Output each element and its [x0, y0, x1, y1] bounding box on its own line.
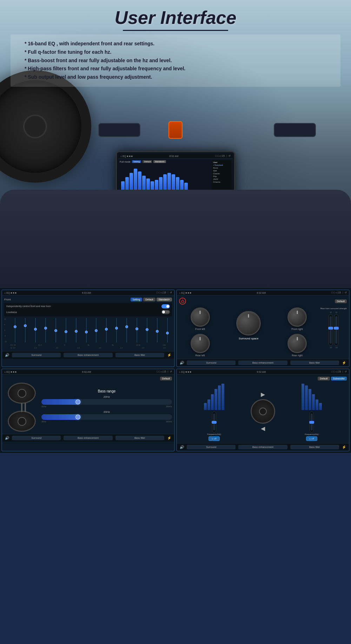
eq-q-row: Q: 2.02.02.02.02.02.02.02.0: [4, 347, 172, 349]
eq-slider-11[interactable]: [115, 327, 118, 330]
surround-btn-tr[interactable]: Surround: [187, 360, 236, 365]
toggle1-switch[interactable]: [161, 304, 170, 308]
filter-off-btn-left[interactable]: ≤ off: [208, 436, 219, 441]
rear-right-knob[interactable]: [287, 334, 307, 353]
toggle2-label: Loudness: [6, 311, 161, 313]
slider-thumb-1: [328, 327, 333, 330]
surround-default-btn[interactable]: Default: [335, 299, 347, 303]
filter-btn-tl[interactable]: Bass filter: [115, 353, 164, 357]
eq-slider-2[interactable]: [24, 324, 27, 327]
power-button[interactable]: ⏻: [179, 298, 186, 305]
speaker-illustration: [4, 383, 39, 432]
eq-slider-12[interactable]: [125, 325, 128, 328]
eq-slider-4[interactable]: [44, 327, 47, 330]
filter-off-btn-right[interactable]: ≤ off: [306, 436, 317, 441]
hero-preset-standard[interactable]: • Standard: [213, 164, 230, 166]
rear-left-label: Rear left: [196, 354, 205, 357]
surround-header-row: ⏻ Default: [179, 298, 347, 305]
front-right-group: Front right: [287, 307, 307, 330]
mute-icon-tl[interactable]: 🔊: [5, 353, 9, 357]
rear-left-knob[interactable]: [191, 334, 210, 353]
mute-icon-bl[interactable]: 🔊: [5, 436, 9, 440]
hero-preset-soft[interactable]: Soft: [213, 170, 230, 172]
range-thumb-1[interactable]: [75, 399, 80, 404]
bass-btn-tr[interactable]: Bass enhancement: [238, 360, 287, 365]
rfbar-1: [319, 403, 322, 410]
front-right-knob[interactable]: [287, 307, 307, 327]
rear-horn-slider-1[interactable]: [329, 314, 333, 346]
bass-btn-br[interactable]: Bass enhancement: [238, 445, 287, 449]
bass-btn-bl[interactable]: Bass enhancement: [64, 436, 112, 440]
eq-adjust-icon-br[interactable]: ⚡: [342, 445, 346, 449]
bass-range-slider-1[interactable]: [41, 399, 172, 405]
eq-slider-13[interactable]: [135, 327, 138, 330]
surround-btn-bl[interactable]: Surround: [12, 436, 61, 440]
bass-title: Bass range: [41, 389, 172, 393]
eq-setting-btn[interactable]: Setting: [131, 298, 143, 301]
filter-slider-right[interactable]: [310, 411, 314, 432]
panel-bl-home: ⌂ EQ ■ ■ ■: [4, 371, 16, 373]
hero-preset-jazz[interactable]: JAZZ: [213, 178, 230, 180]
hero-mode-label: Full mode: [120, 161, 131, 163]
toggle2-switch[interactable]: OFF: [161, 310, 170, 314]
panel-br-status: ⌂ EQ ■ ■ ■ 6:02 AM □ □ ◁ 15 ⋮ ↺: [177, 369, 349, 375]
filter-default-btn[interactable]: Default: [318, 377, 330, 380]
filter-thumb-right: [309, 421, 314, 424]
hero-preset-pop[interactable]: Pop: [213, 175, 230, 177]
mute-icon-br[interactable]: 🔊: [180, 445, 184, 449]
eq-adjust-icon-tr[interactable]: ⚡: [342, 361, 346, 365]
eq-adjust-icon-tl[interactable]: ⚡: [167, 353, 171, 357]
eq-bars-area: 1260-6-12: [4, 318, 172, 343]
subwoofer-btn[interactable]: Subwoofer: [331, 377, 347, 380]
arrow-icon: ▶: [261, 391, 265, 398]
fbar-1: [204, 403, 207, 410]
panel-tr-status: ⌂ EQ ■ ■ ■ 6:02 AM □ □ ◁ 15 ⋮ ↺: [177, 290, 349, 295]
range-thumb-2[interactable]: [75, 415, 80, 419]
filter-slider-left[interactable]: [212, 411, 216, 432]
panel-bl-time: 6:02 AM: [82, 371, 91, 373]
surround-btn-tl[interactable]: Surround: [12, 353, 61, 357]
filter-vslider-right: [310, 411, 314, 432]
eq-adjust-icon-bl[interactable]: ⚡: [167, 436, 171, 440]
front-left-knob[interactable]: [191, 307, 210, 327]
hero-preset-cinema[interactable]: Cinema: [213, 181, 230, 183]
eq-slider-7[interactable]: [75, 330, 78, 333]
eq-slider-10[interactable]: [105, 328, 108, 331]
hero-preset-user[interactable]: User: [213, 161, 230, 163]
bass-range-slider-2[interactable]: [41, 414, 172, 420]
eq-slider-3[interactable]: [34, 328, 37, 331]
slider-top-label-2: 10: [336, 311, 338, 313]
eq-slider-9[interactable]: [95, 329, 98, 332]
speaker-top: [8, 383, 36, 404]
title-underline: [123, 30, 228, 31]
eq-slider-16[interactable]: [166, 332, 169, 334]
filter-btn-bl[interactable]: Bass filter: [115, 436, 164, 440]
eq-slider-14[interactable]: [146, 328, 148, 331]
rear-horn-slider-2[interactable]: [334, 314, 338, 346]
panel-tl-home: ⌂ EQ ■ ■ ■: [4, 292, 16, 294]
panel-tl-icons: □ □ ◁ 15 ⋮ ↺: [157, 291, 172, 294]
filter-btn-br[interactable]: Bass filter: [290, 445, 339, 449]
eq-slider-8[interactable]: [85, 331, 88, 333]
eq-slider-6[interactable]: [65, 330, 67, 333]
bass-btn-tl[interactable]: Bass enhancement: [64, 353, 112, 357]
filter-btn-tr[interactable]: Bass filter: [290, 360, 339, 365]
hero-standard-btn[interactable]: Standard+: [153, 160, 166, 163]
eq-slider-1[interactable]: [14, 325, 16, 328]
bass-slider-group-2: 20Hz 20Hz 250Hz: [41, 410, 172, 423]
surround-btn-br[interactable]: Surround: [187, 445, 236, 449]
surround-space-knob[interactable]: [236, 311, 261, 336]
hero-default-btn[interactable]: Default: [143, 160, 152, 163]
eq-standard-btn[interactable]: Standard+: [157, 298, 172, 301]
slider-group-2: 10 -10: [334, 311, 338, 349]
eq-default-btn[interactable]: Default: [143, 298, 155, 301]
eq-slider-15[interactable]: [156, 330, 159, 333]
speaker-rod-right: [25, 403, 26, 412]
hero-preset-classic[interactable]: Classic: [213, 173, 230, 175]
hero-preset-rock[interactable]: Rock: [213, 167, 230, 169]
bass-default-btn[interactable]: Default: [160, 377, 172, 380]
hero-setting-btn[interactable]: Setting: [132, 160, 141, 163]
eq-slider-5[interactable]: [54, 329, 57, 332]
mute-icon-tr[interactable]: 🔊: [180, 361, 184, 365]
filter-section-left: Frequency(Hz) ≤ off: [179, 382, 249, 441]
